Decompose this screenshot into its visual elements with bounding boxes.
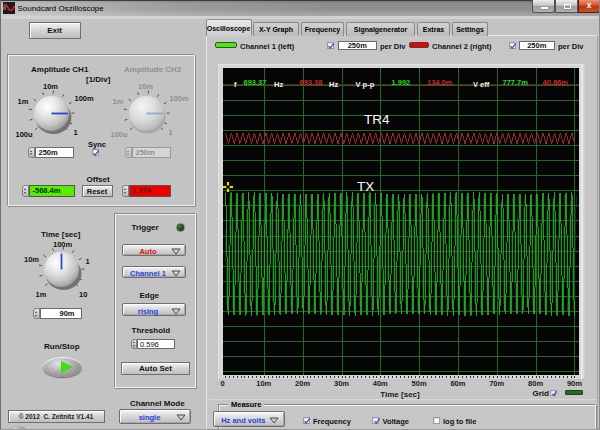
svg-text:Hz: Hz: [274, 80, 283, 89]
svg-text:1.992: 1.992: [391, 78, 410, 87]
svg-text:V p-p: V p-p: [355, 80, 374, 89]
svg-text:134.0m: 134.0m: [427, 78, 453, 87]
svg-text:TX: TX: [357, 179, 374, 194]
svg-text:TR4: TR4: [364, 112, 390, 127]
svg-text:693.37: 693.37: [243, 78, 266, 87]
svg-text:777.7m: 777.7m: [502, 78, 528, 87]
svg-text:V eff: V eff: [473, 80, 490, 89]
svg-text:693.38: 693.38: [299, 78, 322, 87]
svg-text:40.86m: 40.86m: [542, 78, 568, 87]
svg-text:Hz: Hz: [329, 80, 338, 89]
